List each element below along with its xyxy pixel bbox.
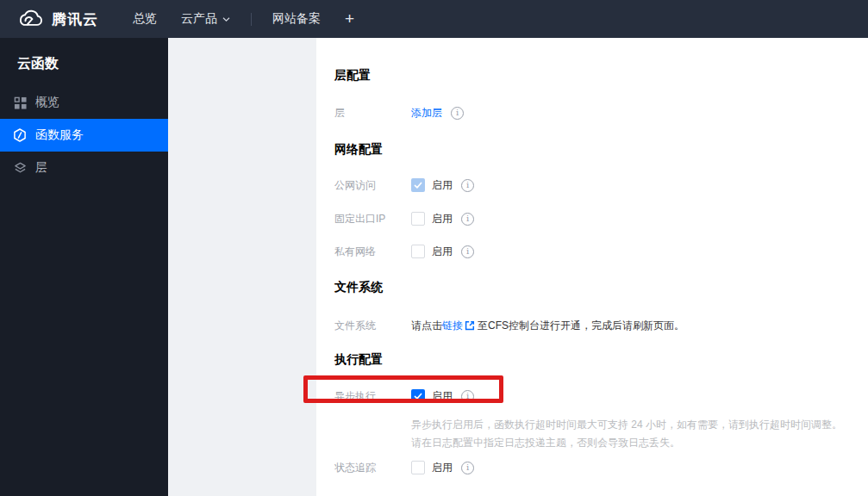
description-line: 异步执行启用后，函数执行超时时间最大可支持 24 小时，如有需要，请到执行超时时… [411,416,842,434]
nav-item-overview[interactable]: 总览 [121,0,169,38]
public-network-row: 公网访问 启用 i [334,177,474,194]
async-execution-row: 异步执行 启用 i [334,388,474,405]
enable-label: 启用 [432,245,453,259]
top-navbar: 腾讯云 总览 云产品 网站备案 + [0,0,868,38]
section-heading-layer-config: 层配置 [334,68,371,84]
nav-divider [251,13,252,26]
description-line: 请在日志配置中指定日志投递主题，否则会导致日志丢失。 [411,434,842,452]
enable-label: 启用 [432,389,453,404]
nav-item-label: 总览 [133,11,157,27]
info-icon[interactable]: i [461,213,474,226]
filesystem-hint-prefix: 请点击 [411,319,442,333]
async-execution-description: 异步执行启用后，函数执行超时时间最大可支持 24 小时，如有需要，请到执行超时时… [411,416,842,452]
nav-item-label: 云产品 [181,11,217,27]
section-heading-network-config: 网络配置 [334,142,383,158]
grid-icon [13,96,27,109]
sidebar-item-label: 层 [35,160,47,176]
page: 腾讯云 总览 云产品 网站备案 + 云函数 [0,0,868,496]
sidebar: 云函数 概览 [0,38,168,496]
field-label: 公网访问 [334,178,411,193]
info-icon[interactable]: i [451,107,464,120]
sidebar-item-overview[interactable]: 概览 [0,86,168,119]
field-label: 层 [334,106,411,121]
nav-item-cloud-products[interactable]: 云产品 [169,0,242,38]
private-network-checkbox[interactable] [411,245,425,258]
chevron-down-icon [222,16,230,22]
field-label: 文件系统 [334,319,411,333]
fixed-outbound-ip-checkbox[interactable] [411,212,425,226]
layer-row: 层 添加层 i [334,104,464,121]
hexagon-function-icon [13,128,27,142]
status-trace-row: 状态追踪 启用 i [334,459,474,476]
sidebar-title: 云函数 [0,38,168,73]
info-icon[interactable]: i [461,179,474,192]
enable-label: 启用 [432,212,453,226]
async-execution-checkbox[interactable] [411,389,425,403]
sidebar-item-function-service[interactable]: 函数服务 [0,119,168,152]
section-heading-filesystem: 文件系统 [334,280,383,295]
enable-label: 启用 [432,178,453,193]
add-tab-button[interactable]: + [333,9,366,28]
brand-link[interactable]: 腾讯云 [16,9,98,29]
add-layer-link[interactable]: 添加层 [411,106,442,121]
tencent-cloud-logo-icon [16,9,44,29]
enable-label: 启用 [432,461,453,475]
info-icon[interactable]: i [461,462,474,474]
filesystem-hint-suffix: 至CFS控制台进行开通，完成后请刷新页面。 [478,319,684,333]
info-icon[interactable]: i [461,390,474,403]
nav-item-website-registration[interactable]: 网站备案 [260,0,333,38]
private-network-row: 私有网络 启用 i [334,243,474,260]
public-network-checkbox[interactable] [411,178,425,192]
layers-icon [13,161,27,175]
filesystem-row: 文件系统 请点击 链接 至CFS控制台进行开通，完成后请刷新页面。 [334,317,684,334]
status-trace-checkbox[interactable] [411,461,425,474]
section-heading-execution-config: 执行配置 [334,352,383,368]
field-label: 状态追踪 [334,461,411,475]
brand-name: 腾讯云 [52,9,98,29]
info-icon[interactable]: i [461,245,474,258]
field-label: 固定出口IP [334,212,411,226]
nav-items: 总览 云产品 网站备案 + [121,0,366,38]
sidebar-item-layers[interactable]: 层 [0,152,168,184]
external-link-icon [465,320,475,331]
fixed-outbound-ip-row: 固定出口IP 启用 i [334,210,474,227]
sidebar-item-label: 函数服务 [35,127,84,143]
field-label: 异步执行 [334,389,411,404]
sidebar-menu: 概览 函数服务 层 [0,86,168,184]
sidebar-item-label: 概览 [35,95,59,110]
cfs-console-link[interactable]: 链接 [442,319,463,333]
nav-item-label: 网站备案 [272,11,321,27]
field-label: 私有网络 [334,245,411,259]
